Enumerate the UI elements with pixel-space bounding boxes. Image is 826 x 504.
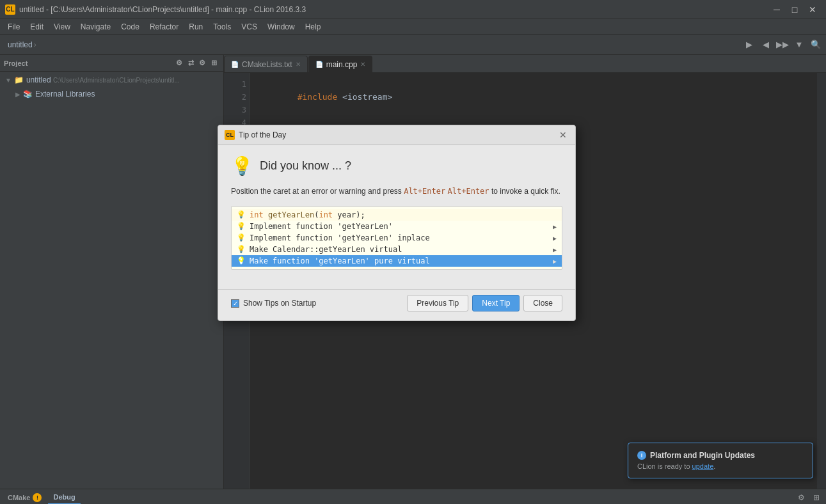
- tip-footer: Show Tips on Startup Previous Tip Next T…: [218, 289, 575, 320]
- toolbar: untitled › ▶ ◀ ▶▶ ▼ 🔍: [0, 35, 826, 55]
- notification-update-link[interactable]: update: [692, 462, 714, 470]
- sidebar-settings-btn[interactable]: ⚙: [173, 58, 185, 69]
- tip-popup-row-2[interactable]: 💡 Implement function 'getYearLen' inplac…: [232, 232, 562, 244]
- menu-edit[interactable]: Edit: [25, 21, 49, 33]
- notification-title: i Platform and Plugin Updates: [637, 451, 804, 460]
- notification-info-icon: i: [637, 451, 646, 460]
- popup-item-4-text: Make function 'getYearLen' pure virtual: [250, 256, 549, 265]
- toolbar-playback-button[interactable]: ◀: [758, 37, 774, 52]
- cmakelists-close-icon[interactable]: ✕: [296, 61, 301, 68]
- bottom-tab-cmake[interactable]: CMake !: [3, 491, 47, 505]
- popup-arrow-1: ▶: [553, 223, 557, 230]
- popup-arrow-3: ▶: [553, 246, 557, 253]
- toolbar-run-button[interactable]: ▶: [742, 37, 757, 52]
- popup-bulb-4: 💡: [237, 256, 246, 265]
- tip-code-popup: 💡 int getYearLen(int year); 💡 Implement …: [231, 206, 562, 270]
- cmake-tab-label: CMake: [8, 494, 30, 501]
- tree-ext-arrow-icon: ▶: [15, 91, 20, 98]
- tip-buttons: Previous Tip Next Tip Close: [407, 295, 562, 311]
- tip-dialog: CL Tip of the Day ✕ 💡 Did you know ... ?…: [218, 125, 576, 321]
- tree-project-path: C:\Users\Administrator\CLionProjects\unt…: [53, 77, 180, 84]
- tip-dialog-body: 💡 Did you know ... ? Position the caret …: [218, 145, 575, 289]
- line-num-2: 2: [226, 91, 246, 104]
- tab-maincpp[interactable]: 📄 main.cpp ✕: [308, 56, 373, 72]
- menu-file[interactable]: File: [3, 21, 25, 33]
- editor-scrollbar[interactable]: [817, 73, 826, 489]
- maincpp-close-icon[interactable]: ✕: [360, 61, 365, 68]
- notification-body: CLion is ready to update.: [637, 462, 804, 470]
- tip-popup-row-3[interactable]: 💡 Make Calendar::getYearLen virtual ▶: [232, 244, 562, 255]
- show-tips-text: Show Tips on Startup: [243, 299, 316, 308]
- sidebar-sync-btn[interactable]: ⇄: [185, 58, 196, 69]
- sidebar-header: Project ⚙ ⇄ ⚙ ⊞: [0, 55, 223, 72]
- external-libraries-icon: 📚: [23, 90, 33, 98]
- minimize-button[interactable]: ─: [768, 3, 785, 16]
- tab-cmakelists[interactable]: 📄 CMakeLists.txt ✕: [224, 56, 308, 72]
- bottom-settings-icon[interactable]: ⚙: [794, 491, 808, 505]
- menu-help[interactable]: Help: [300, 21, 326, 33]
- tip-desc-text: Position the caret at an error or warnin…: [231, 187, 402, 196]
- menu-run[interactable]: Run: [184, 21, 208, 33]
- breadcrumb-project: untitled: [8, 40, 33, 49]
- window-title: untitled - [C:\Users\Administrator\CLion…: [19, 5, 768, 14]
- menu-bar: File Edit View Navigate Code Refactor Ru…: [0, 19, 826, 35]
- menu-refactor[interactable]: Refactor: [145, 21, 184, 33]
- tree-external-libraries-label: External Libraries: [35, 90, 95, 98]
- tree-item-untitled[interactable]: ▼ 📁 untitled C:\Users\Administrator\CLio…: [0, 73, 223, 87]
- maximize-button[interactable]: □: [786, 3, 803, 16]
- tree-item-external-libraries[interactable]: ▶ 📚 External Libraries: [0, 87, 223, 101]
- menu-code[interactable]: Code: [116, 21, 145, 33]
- code-include: #include <iostream>: [298, 92, 393, 102]
- popup-bulb-3: 💡: [237, 245, 246, 254]
- close-button[interactable]: ✕: [804, 3, 821, 16]
- popup-code-text: int getYearLen(int year);: [250, 210, 557, 219]
- tip-bulb-icon: 💡: [231, 155, 253, 177]
- tip-popup-row-1[interactable]: 💡 Implement function 'getYearLen' ▶: [232, 221, 562, 232]
- bottom-tab-debug[interactable]: Debug: [48, 491, 80, 505]
- cmake-warning-badge: !: [33, 493, 42, 502]
- show-tips-checkbox[interactable]: [231, 299, 239, 308]
- breadcrumb-arrow: ›: [34, 40, 36, 49]
- menu-tools[interactable]: Tools: [208, 21, 236, 33]
- menu-window[interactable]: Window: [262, 21, 300, 33]
- tip-popup-row-4[interactable]: 💡 Make function 'getYearLen' pure virtua…: [232, 255, 562, 267]
- close-dialog-button[interactable]: Close: [523, 295, 562, 311]
- app-icon: CL: [5, 4, 15, 15]
- previous-tip-button[interactable]: Previous Tip: [407, 295, 468, 311]
- project-folder-icon: 📁: [14, 75, 24, 84]
- tip-shortcut: Alt+Enter: [404, 187, 445, 196]
- notification-popup: i Platform and Plugin Updates CLion is r…: [628, 443, 813, 478]
- next-tip-button[interactable]: Next Tip: [472, 295, 520, 311]
- bottom-panel: CMake ! Debug ⚙ ⊞ ↺ ↑ ↓ ⚙ ⇄ ? 🖨 🗑 Cannot…: [0, 489, 826, 504]
- sidebar-expand-btn[interactable]: ⊞: [208, 58, 219, 69]
- toolbar-dropdown-button[interactable]: ▼: [791, 37, 807, 52]
- popup-item-1-text: Implement function 'getYearLen': [250, 222, 549, 231]
- menu-view[interactable]: View: [49, 21, 75, 33]
- popup-bulb-2: 💡: [237, 233, 246, 242]
- sidebar-gear-btn[interactable]: ⚙: [196, 58, 208, 69]
- tip-close-button[interactable]: ✕: [557, 129, 569, 141]
- tip-title-row: 💡 Did you know ... ?: [231, 155, 562, 177]
- menu-navigate[interactable]: Navigate: [75, 21, 116, 33]
- tip-desc-end: Alt+Enter to invoke a quick fix.: [448, 187, 560, 196]
- cmakelists-icon: 📄: [231, 61, 239, 68]
- maincpp-icon: 📄: [315, 61, 323, 68]
- bottom-expand-icon[interactable]: ⊞: [809, 491, 823, 505]
- line-num-3: 3: [226, 104, 246, 116]
- toolbar-playforward-button[interactable]: ▶▶: [775, 37, 790, 52]
- sidebar-title: Project: [4, 59, 173, 67]
- tab-maincpp-label: main.cpp: [326, 60, 358, 69]
- bottom-tabs-right: ⚙ ⊞: [794, 491, 823, 505]
- tab-cmakelists-label: CMakeLists.txt: [242, 60, 292, 69]
- title-bar: CL untitled - [C:\Users\Administrator\CL…: [0, 0, 826, 19]
- show-tips-label[interactable]: Show Tips on Startup: [231, 299, 407, 308]
- tip-dialog-title: Tip of the Day: [239, 130, 553, 139]
- window-controls: ─ □ ✕: [768, 3, 821, 16]
- popup-arrow-4: ▶: [553, 258, 557, 265]
- tree-arrow-icon: ▼: [5, 77, 12, 84]
- project-tree: ▼ 📁 untitled C:\Users\Administrator\CLio…: [0, 72, 223, 489]
- popup-item-2-text: Implement function 'getYearLen' inplace: [250, 233, 549, 242]
- tree-project-name: untitled: [26, 75, 51, 84]
- menu-vcs[interactable]: VCS: [236, 21, 262, 33]
- toolbar-search-button[interactable]: 🔍: [808, 37, 823, 52]
